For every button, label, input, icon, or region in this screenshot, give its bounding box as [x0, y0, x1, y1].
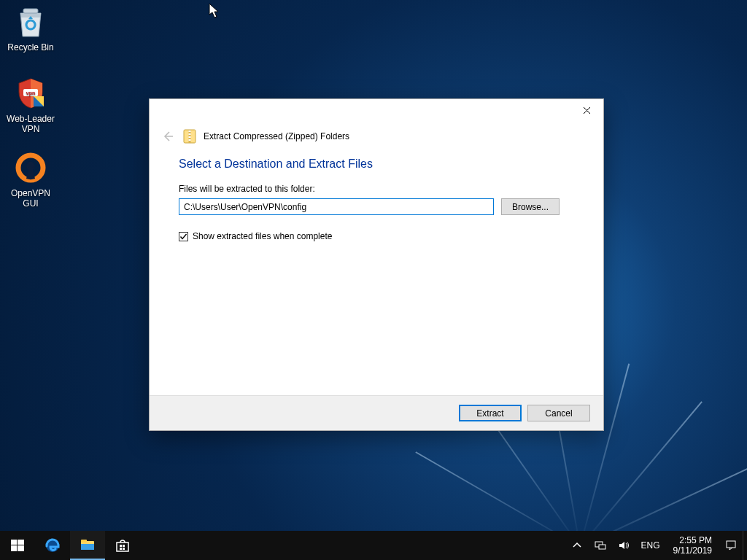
- windows-logo-icon: [9, 537, 26, 553]
- tray-date: 9/11/2019: [673, 545, 712, 556]
- tray-language[interactable]: ENG: [635, 531, 666, 560]
- close-button[interactable]: [570, 99, 603, 121]
- taskbar-store[interactable]: [105, 531, 140, 560]
- chevron-up-icon: [571, 540, 583, 551]
- svg-rect-14: [18, 545, 24, 551]
- dialog-footer: Extract Cancel: [150, 395, 603, 430]
- svg-rect-17: [81, 540, 87, 542]
- close-icon: [583, 106, 591, 114]
- taskbar: ENG 2:55 PM 9/11/2019: [0, 531, 747, 560]
- tray-action-center[interactable]: [719, 531, 743, 560]
- file-explorer-icon: [80, 537, 96, 553]
- edge-icon: [44, 537, 61, 553]
- extract-button[interactable]: Extract: [459, 405, 522, 421]
- desktop-icon-label: Recycle Bin: [3, 42, 58, 52]
- svg-rect-21: [123, 545, 125, 547]
- desktop-icon-openvpn-gui[interactable]: OpenVPN GUI: [3, 150, 58, 209]
- mouse-cursor-icon: [209, 3, 220, 19]
- tray-clock[interactable]: 2:55 PM 9/11/2019: [666, 531, 719, 560]
- show-extracted-label: Show extracted files when complete: [193, 231, 332, 241]
- recycle-bin-icon: [13, 4, 48, 39]
- svg-rect-18: [81, 544, 94, 550]
- dialog-title: Extract Compressed (Zipped) Folders: [204, 131, 349, 141]
- back-arrow-icon: [161, 130, 174, 143]
- shield-icon: vpn: [13, 76, 48, 111]
- cancel-button[interactable]: Cancel: [527, 405, 590, 421]
- extract-dialog: Extract Compressed (Zipped) Folders Sele…: [149, 98, 604, 431]
- checkmark-icon: [179, 233, 187, 241]
- start-button[interactable]: [0, 531, 35, 560]
- back-button[interactable]: [160, 128, 176, 144]
- tray-overflow[interactable]: [565, 531, 589, 560]
- show-extracted-checkbox-row[interactable]: Show extracted files when complete: [179, 231, 574, 241]
- notification-icon: [725, 540, 737, 551]
- svg-rect-11: [11, 540, 17, 545]
- taskbar-edge[interactable]: [35, 531, 70, 560]
- openvpn-icon: [13, 150, 48, 185]
- desktop-icon-recycle-bin[interactable]: Recycle Bin: [3, 4, 58, 52]
- svg-rect-23: [123, 548, 125, 550]
- tray-network[interactable]: [589, 531, 612, 560]
- dialog-body: Select a Destination and Extract Files F…: [150, 150, 603, 241]
- show-desktop-button[interactable]: [743, 531, 747, 560]
- tray-volume[interactable]: [612, 531, 635, 560]
- desktop-icon-label: OpenVPN GUI: [3, 188, 58, 209]
- svg-rect-9: [189, 136, 191, 138]
- svg-rect-26: [727, 541, 735, 548]
- svg-rect-12: [18, 540, 24, 545]
- store-icon: [115, 537, 131, 553]
- svg-rect-13: [11, 545, 17, 551]
- dialog-heading: Select a Destination and Extract Files: [179, 158, 574, 171]
- browse-button[interactable]: Browse...: [501, 198, 560, 215]
- svg-point-4: [28, 162, 34, 168]
- svg-rect-10: [189, 139, 191, 141]
- speaker-icon: [618, 540, 630, 551]
- destination-label: Files will be extracted to this folder:: [179, 184, 574, 194]
- network-icon: [595, 540, 606, 551]
- desktop-icon-webleader-vpn[interactable]: vpn Web-Leader VPN: [3, 76, 58, 134]
- svg-rect-22: [120, 548, 122, 550]
- svg-rect-0: [23, 9, 38, 13]
- tray-time: 2:55 PM: [679, 535, 712, 545]
- svg-rect-25: [599, 545, 605, 549]
- desktop-icon-label: Web-Leader VPN: [3, 114, 58, 134]
- zip-folder-icon: [183, 128, 196, 144]
- show-extracted-checkbox[interactable]: [179, 232, 188, 241]
- svg-rect-7: [189, 131, 191, 132]
- svg-text:vpn: vpn: [26, 90, 35, 96]
- dialog-titlebar[interactable]: [150, 99, 603, 121]
- desktop[interactable]: Recycle Bin vpn Web-Leader VPN OpenVPN G…: [0, 0, 747, 560]
- dialog-header: Extract Compressed (Zipped) Folders: [150, 121, 603, 150]
- taskbar-file-explorer[interactable]: [70, 531, 105, 560]
- svg-rect-8: [189, 133, 191, 135]
- destination-path-input[interactable]: [179, 198, 494, 215]
- svg-rect-20: [120, 545, 122, 547]
